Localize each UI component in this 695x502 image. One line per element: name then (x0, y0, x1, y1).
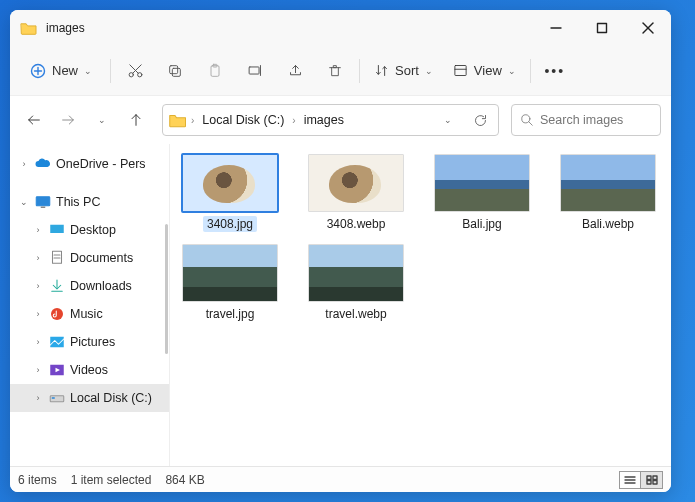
breadcrumb-item[interactable]: images (300, 111, 348, 129)
chevron-down-icon: ⌄ (98, 115, 106, 125)
view-label: View (474, 63, 502, 78)
cut-button[interactable] (115, 53, 155, 89)
tree-item-pictures[interactable]: › Pictures (10, 328, 169, 356)
chevron-right-icon[interactable]: › (32, 225, 44, 235)
file-item[interactable]: 3408.webp (306, 154, 406, 232)
svg-rect-11 (172, 68, 180, 76)
tree-item-videos[interactable]: › Videos (10, 356, 169, 384)
download-icon (48, 277, 66, 295)
recent-button[interactable]: ⌄ (88, 106, 116, 134)
tree-label: Downloads (70, 279, 132, 293)
svg-rect-28 (53, 251, 62, 263)
view-layout-icon (453, 63, 468, 78)
tree-item-documents[interactable]: › Documents (10, 244, 169, 272)
titlebar[interactable]: images (10, 10, 671, 46)
share-icon (287, 62, 304, 79)
tree-item-desktop[interactable]: › Desktop (10, 216, 169, 244)
chevron-right-icon[interactable]: › (32, 393, 44, 403)
file-name: travel.jpg (202, 306, 259, 322)
tree-label: Videos (70, 363, 108, 377)
scrollbar-thumb[interactable] (165, 224, 168, 354)
grid-icon (646, 475, 658, 485)
svg-rect-12 (170, 65, 178, 73)
sort-button[interactable]: Sort ⌄ (364, 57, 443, 84)
address-bar[interactable]: › Local Disk (C:) › images ⌄ (162, 104, 499, 136)
file-item[interactable]: travel.jpg (180, 244, 280, 322)
maximize-button[interactable] (579, 10, 625, 46)
svg-rect-25 (36, 197, 50, 206)
tree-item-downloads[interactable]: › Downloads (10, 272, 169, 300)
tree-item-thispc[interactable]: ⌄ This PC (10, 188, 169, 216)
more-button[interactable]: ••• (535, 53, 575, 89)
up-button[interactable] (122, 106, 150, 134)
paste-button[interactable] (195, 53, 235, 89)
file-item[interactable]: 3408.jpg (180, 154, 280, 232)
chevron-down-icon: ⌄ (84, 66, 92, 76)
new-button[interactable]: New ⌄ (20, 57, 102, 85)
chevron-right-icon[interactable]: › (32, 281, 44, 291)
chevron-right-icon: › (191, 115, 194, 126)
picture-icon (48, 333, 66, 351)
view-toggle (619, 471, 663, 489)
tree-item-localdisk[interactable]: › Local Disk (C:) (10, 384, 169, 412)
item-count: 6 items (18, 473, 57, 487)
minimize-button[interactable] (533, 10, 579, 46)
cloud-icon (34, 155, 52, 173)
tree-item-onedrive[interactable]: › OneDrive - Pers (10, 150, 169, 178)
search-placeholder: Search images (540, 113, 623, 127)
file-pane[interactable]: 3408.jpg 3408.webp Bali.jpg Bali.webp tr… (170, 144, 671, 466)
file-item[interactable]: travel.webp (306, 244, 406, 322)
svg-rect-43 (647, 480, 651, 484)
explorer-body: › OneDrive - Pers ⌄ This PC › Desktop › … (10, 144, 671, 466)
thumbnail-image (560, 154, 656, 212)
selection-count: 1 item selected (71, 473, 152, 487)
chevron-right-icon[interactable]: › (32, 309, 44, 319)
rename-button[interactable] (235, 53, 275, 89)
file-item[interactable]: Bali.webp (558, 154, 658, 232)
back-button[interactable] (20, 106, 48, 134)
hdd-icon (48, 389, 66, 407)
separator (110, 59, 111, 83)
refresh-button[interactable] (466, 106, 494, 134)
chevron-down-icon: ⌄ (508, 66, 516, 76)
details-view-button[interactable] (619, 471, 641, 489)
navigation-pane[interactable]: › OneDrive - Pers ⌄ This PC › Desktop › … (10, 144, 170, 466)
svg-rect-1 (598, 24, 607, 33)
chevron-right-icon[interactable]: › (32, 337, 44, 347)
trash-icon (327, 63, 343, 79)
chevron-right-icon[interactable]: › (18, 159, 30, 169)
chevron-right-icon[interactable]: › (32, 253, 44, 263)
thumbnails-view-button[interactable] (641, 471, 663, 489)
svg-rect-42 (653, 476, 657, 480)
navigation-row: ⌄ › Local Disk (C:) › images ⌄ Search im… (10, 96, 671, 144)
tree-item-music[interactable]: › Music (10, 300, 169, 328)
copy-button[interactable] (155, 53, 195, 89)
ellipsis-icon: ••• (544, 63, 565, 79)
search-box[interactable]: Search images (511, 104, 661, 136)
svg-rect-33 (50, 337, 64, 348)
file-name: 3408.webp (323, 216, 390, 232)
command-bar: New ⌄ Sort ⌄ View ⌄ ••• (10, 46, 671, 96)
chevron-down-icon[interactable]: ⌄ (18, 197, 30, 207)
chevron-right-icon[interactable]: › (32, 365, 44, 375)
file-item[interactable]: Bali.jpg (432, 154, 532, 232)
document-icon (48, 249, 66, 267)
thumbnail-image (182, 244, 278, 302)
view-button[interactable]: View ⌄ (443, 57, 526, 84)
tree-label: Local Disk (C:) (70, 391, 152, 405)
delete-button[interactable] (315, 53, 355, 89)
tree-label: Documents (70, 251, 133, 265)
selection-size: 864 KB (165, 473, 204, 487)
svg-point-32 (51, 308, 63, 320)
status-bar: 6 items 1 item selected 864 KB (10, 466, 671, 492)
address-dropdown[interactable]: ⌄ (434, 106, 462, 134)
window-controls (533, 10, 671, 46)
window-title: images (46, 21, 85, 35)
scissors-icon (127, 62, 144, 79)
close-button[interactable] (625, 10, 671, 46)
breadcrumb-item[interactable]: Local Disk (C:) (198, 111, 288, 129)
music-icon (48, 305, 66, 323)
forward-button[interactable] (54, 106, 82, 134)
share-button[interactable] (275, 53, 315, 89)
tree-label: OneDrive - Pers (56, 157, 146, 171)
